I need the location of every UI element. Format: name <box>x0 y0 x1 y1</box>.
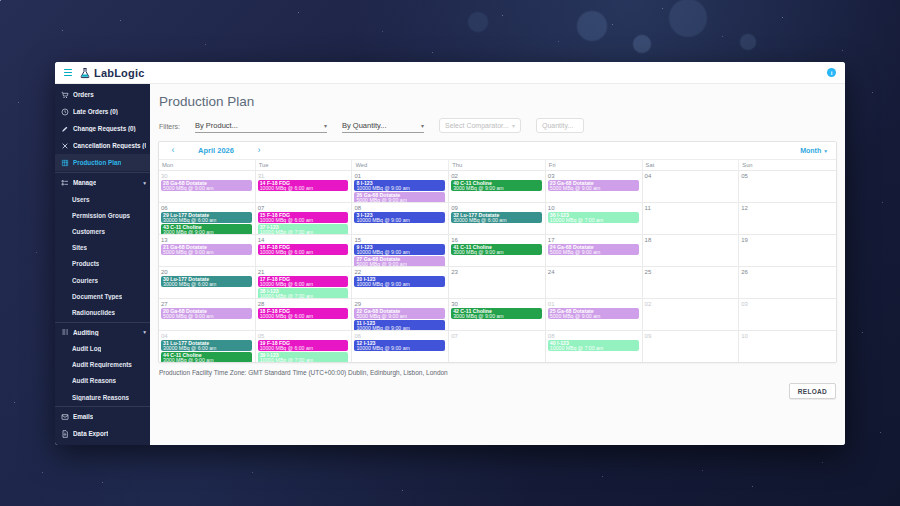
calendar-event[interactable]: 10 I-12310000 MBq @ 9:00 am <box>354 276 445 287</box>
calendar-event[interactable]: 18 F-18 FDG10000 MBq @ 6:00 am <box>258 308 349 319</box>
calendar-event[interactable]: 41 C-11 Choline3000 MBq @ 9:00 am <box>451 244 542 255</box>
calendar-day-cell[interactable]: 19 <box>739 235 836 266</box>
sidebar-item-users[interactable]: Users <box>55 191 150 207</box>
calendar-day-cell[interactable]: 2210 I-12310000 MBq @ 9:00 am <box>352 267 449 298</box>
calendar-day-cell[interactable]: 0519 F-18 FDG10000 MBq @ 6:00 am39 I-123… <box>256 331 353 362</box>
calendar-day-cell[interactable]: 2117 F-18 FDG10000 MBq @ 6:00 am38 I-123… <box>256 267 353 298</box>
calendar-event[interactable]: 36 I-12310000 MBq @ 7:00 am <box>548 212 639 223</box>
sidebar-item-signature-reasons[interactable]: Signature Reasons <box>55 389 150 405</box>
sidebar-item-audit-log[interactable]: Audit Log <box>55 341 150 357</box>
calendar-day-cell[interactable]: 3114 F-18 FDG10000 MBq @ 6:00 am <box>256 171 353 202</box>
sidebar-item-audit-reasons[interactable]: Audit Reasons <box>55 373 150 389</box>
next-month-button[interactable]: › <box>254 146 264 155</box>
prev-month-button[interactable]: ‹ <box>168 146 178 155</box>
calendar-day-cell[interactable]: 018 I-12310000 MBq @ 9:00 am26 Ga-68 Dot… <box>352 171 449 202</box>
calendar-event[interactable]: 31 Lu-177 Dotatate30000 MBq @ 6:00 am <box>161 340 252 351</box>
sidebar-item-orders[interactable]: Orders <box>55 86 150 103</box>
calendar-day-cell[interactable]: 1321 Ga-68 Dotatate5000 MBq @ 9:00 am <box>159 235 256 266</box>
calendar-event[interactable]: 8 I-12310000 MBq @ 9:00 am <box>354 180 445 191</box>
sidebar-item-permission-groups[interactable]: Permission Groups <box>55 207 150 223</box>
calendar-event[interactable]: 17 F-18 FDG10000 MBq @ 6:00 am <box>258 276 349 287</box>
calendar-event[interactable]: 3 I-12310000 MBq @ 9:00 am <box>354 212 445 223</box>
calendar-event[interactable]: 40 C-11 Choline3000 MBq @ 9:00 am <box>451 180 542 191</box>
calendar-event[interactable]: 39 I-12310000 MBq @ 7:00 am <box>258 352 349 362</box>
sidebar-item-sites[interactable]: Sites <box>55 240 150 256</box>
calendar-day-cell[interactable]: 1724 Ga-68 Dotatate5000 MBq @ 9:00 am <box>546 235 643 266</box>
calendar-day-cell[interactable]: 03 <box>739 299 836 330</box>
reload-button[interactable]: RELOAD <box>789 383 836 399</box>
calendar-event[interactable]: 21 Ga-68 Dotatate5000 MBq @ 9:00 am <box>161 244 252 255</box>
calendar-day-cell[interactable]: 11 <box>643 203 740 234</box>
calendar-event[interactable]: 22 Ga-68 Dotatate5000 MBq @ 9:00 am <box>354 308 445 319</box>
calendar-day-cell[interactable]: 0715 F-18 FDG10000 MBq @ 6:00 am37 I-123… <box>256 203 353 234</box>
calendar-day-cell[interactable]: 1641 C-11 Choline3000 MBq @ 9:00 am <box>449 235 546 266</box>
calendar-day-cell[interactable]: 04 <box>643 171 740 202</box>
calendar-day-cell[interactable]: 09 <box>643 331 740 362</box>
sidebar-item-change-requests-0[interactable]: Change Requests (0) <box>55 120 150 137</box>
sidebar-item-products[interactable]: Products <box>55 256 150 272</box>
calendar-event[interactable]: 16 F-18 FDG10000 MBq @ 6:00 am <box>258 244 349 255</box>
sidebar-item-data-export[interactable]: Data Export <box>55 425 150 442</box>
calendar-day-cell[interactable]: 02 <box>643 299 740 330</box>
calendar-day-cell[interactable]: 0840 I-12310000 MBq @ 7:00 am <box>546 331 643 362</box>
calendar-day-cell[interactable]: 24 <box>546 267 643 298</box>
sidebar-item-radionuclides[interactable]: Radionuclides <box>55 304 150 320</box>
calendar-day-cell[interactable]: 3042 C-11 Choline3000 MBq @ 9:00 am <box>449 299 546 330</box>
calendar-event[interactable]: 15 F-18 FDG10000 MBq @ 6:00 am <box>258 212 349 223</box>
view-mode-select[interactable]: Month ▾ <box>800 147 827 154</box>
hamburger-menu-icon[interactable] <box>64 69 72 76</box>
calendar-event[interactable]: 43 C-11 Choline3000 MBq @ 9:00 am <box>161 224 252 234</box>
sidebar-item-auditing[interactable]: Auditing▾ <box>55 324 150 341</box>
calendar-event[interactable]: 20 Ga-68 Dotatate5000 MBq @ 9:00 am <box>161 308 252 319</box>
calendar-event[interactable]: 9 I-12310000 MBq @ 9:00 am <box>354 244 445 255</box>
calendar-day-cell[interactable]: 0240 C-11 Choline3000 MBq @ 9:00 am <box>449 171 546 202</box>
calendar-day-cell[interactable]: 0612 I-12310000 MBq @ 9:00 am <box>352 331 449 362</box>
calendar-event[interactable]: 27 Ga-68 Dotatate5000 MBq @ 9:00 am <box>354 256 445 266</box>
calendar-event[interactable]: 24 Ga-68 Dotatate5000 MBq @ 9:00 am <box>548 244 639 255</box>
calendar-day-cell[interactable]: 12 <box>739 203 836 234</box>
calendar-day-cell[interactable]: 0125 Ga-68 Dotatate5000 MBq @ 9:00 am <box>546 299 643 330</box>
calendar-day-cell[interactable]: 05 <box>739 171 836 202</box>
sidebar-item-dashboard[interactable]: Dashboard <box>55 442 150 445</box>
calendar-day-cell[interactable]: 2818 F-18 FDG10000 MBq @ 6:00 am <box>256 299 353 330</box>
calendar-event[interactable]: 19 F-18 FDG10000 MBq @ 6:00 am <box>258 340 349 351</box>
calendar-event[interactable]: 29 Lu-177 Dotatate30000 MBq @ 6:00 am <box>161 212 252 223</box>
calendar-day-cell[interactable]: 2922 Ga-68 Dotatate5000 MBq @ 9:00 am11 … <box>352 299 449 330</box>
calendar-event[interactable]: 40 I-12310000 MBq @ 7:00 am <box>548 340 639 351</box>
sidebar-item-emails[interactable]: Emails <box>55 408 150 425</box>
calendar-day-cell[interactable]: 0431 Lu-177 Dotatate30000 MBq @ 6:00 am4… <box>159 331 256 362</box>
calendar-event[interactable]: 25 Ga-68 Dotatate5000 MBq @ 9:00 am <box>548 308 639 319</box>
calendar-day-cell[interactable]: 1416 F-18 FDG10000 MBq @ 6:00 am <box>256 235 353 266</box>
calendar-day-cell[interactable]: 23 <box>449 267 546 298</box>
calendar-day-cell[interactable]: 10 <box>739 331 836 362</box>
calendar-day-cell[interactable]: 26 <box>739 267 836 298</box>
sidebar-item-audit-requirements[interactable]: Audit Requirements <box>55 357 150 373</box>
calendar-event[interactable]: 30 Lu-177 Dotatate30000 MBq @ 6:00 am <box>161 276 252 287</box>
calendar-day-cell[interactable]: 3028 Ga-68 Dotatate5000 MBq @ 9:00 am <box>159 171 256 202</box>
calendar-event[interactable]: 42 C-11 Choline3000 MBq @ 9:00 am <box>451 308 542 319</box>
calendar-event[interactable]: 32 Lu-177 Dotatate30000 MBq @ 6:00 am <box>451 212 542 223</box>
sidebar-item-production-plan[interactable]: Production Plan <box>55 154 150 171</box>
quantity-filter-select[interactable]: By Quantity... ▾ <box>342 119 424 133</box>
calendar-day-cell[interactable]: 2720 Ga-68 Dotatate5000 MBq @ 9:00 am <box>159 299 256 330</box>
calendar-event[interactable]: 44 C-11 Choline3000 MBq @ 9:00 am <box>161 352 252 362</box>
calendar-day-cell[interactable]: 0629 Lu-177 Dotatate30000 MBq @ 6:00 am4… <box>159 203 256 234</box>
sidebar-item-cancellation-requests-0[interactable]: Cancellation Requests (0) <box>55 137 150 154</box>
sidebar-item-couriers[interactable]: Couriers <box>55 272 150 288</box>
calendar-event[interactable]: 37 I-12310000 MBq @ 7:00 am <box>258 224 349 234</box>
calendar-event[interactable]: 23 Ga-68 Dotatate5000 MBq @ 9:00 am <box>548 180 639 191</box>
calendar-event[interactable]: 28 Ga-68 Dotatate5000 MBq @ 9:00 am <box>161 180 252 191</box>
calendar-day-cell[interactable]: 25 <box>643 267 740 298</box>
calendar-event[interactable]: 11 I-12310000 MBq @ 9:00 am <box>354 320 445 330</box>
calendar-day-cell[interactable]: 083 I-12310000 MBq @ 9:00 am <box>352 203 449 234</box>
calendar-day-cell[interactable]: 07 <box>449 331 546 362</box>
calendar-event[interactable]: 26 Ga-68 Dotatate5000 MBq @ 9:00 am <box>354 192 445 202</box>
calendar-day-cell[interactable]: 0932 Lu-177 Dotatate30000 MBq @ 6:00 am <box>449 203 546 234</box>
calendar-event[interactable]: 14 F-18 FDG10000 MBq @ 6:00 am <box>258 180 349 191</box>
product-filter-select[interactable]: By Product... ▾ <box>195 119 327 133</box>
calendar-event[interactable]: 38 I-12310000 MBq @ 7:00 am <box>258 288 349 298</box>
sidebar-item-manage[interactable]: Manage▾ <box>55 174 150 191</box>
info-icon[interactable]: i <box>827 68 836 77</box>
sidebar-item-document-types[interactable]: Document Types <box>55 288 150 304</box>
calendar-day-cell[interactable]: 1036 I-12310000 MBq @ 7:00 am <box>546 203 643 234</box>
